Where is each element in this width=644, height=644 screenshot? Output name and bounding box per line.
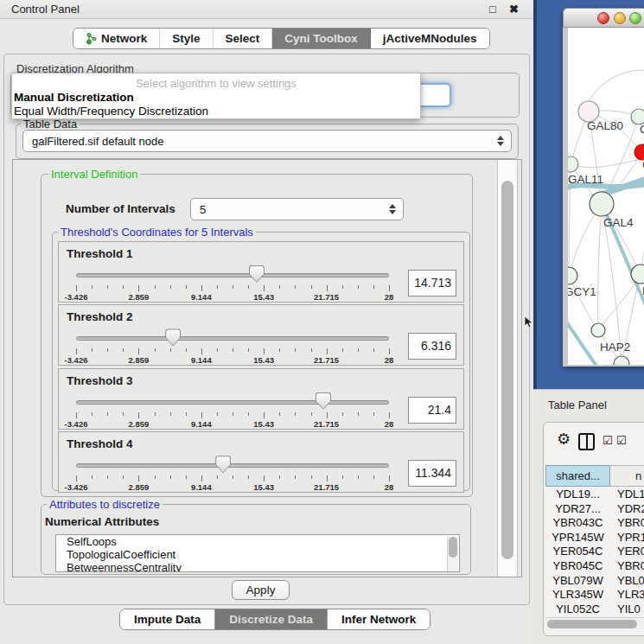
- scale-tick-label: -3.426: [65, 292, 88, 302]
- network-node-gal11[interactable]: [568, 156, 578, 172]
- table-row[interactable]: YBL079WYBL0: [545, 574, 644, 589]
- scale-tick-label: 21.715: [314, 482, 339, 492]
- scale-tick-label: 9.144: [191, 419, 212, 429]
- table-data-selected-value: galFiltered.sif default node: [32, 135, 163, 148]
- slider-thumb[interactable]: [316, 392, 331, 410]
- table-data-combobox[interactable]: galFiltered.sif default node: [22, 130, 512, 152]
- node-label: GAL4: [603, 216, 634, 229]
- tab-network[interactable]: Network: [73, 29, 160, 48]
- scale-tick-label: 2.859: [129, 419, 150, 429]
- slider-ticks: [76, 475, 389, 482]
- slider-track[interactable]: [76, 400, 389, 405]
- network-node-h[interactable]: [631, 265, 644, 284]
- threshold-value-field[interactable]: 11.344: [408, 460, 456, 487]
- split-pane-icon[interactable]: [578, 433, 595, 450]
- table-row[interactable]: YPR145WYPR1: [545, 531, 644, 545]
- close-icon[interactable]: ✖: [509, 3, 519, 16]
- tab-label: Style: [172, 32, 200, 45]
- network-node-hap2[interactable]: [591, 323, 605, 337]
- thresholds-group-title: Threshold's Coordinates for 5 Intervals: [58, 226, 256, 239]
- scale-tick-label: -3.426: [65, 419, 88, 429]
- tab-discretize-data[interactable]: Discretize Data: [215, 609, 328, 629]
- scale-tick-label: 28: [385, 482, 394, 492]
- attribute-list-item[interactable]: SelfLoops: [56, 535, 459, 548]
- attributes-group: Attributes to discretize Numerical Attri…: [41, 504, 471, 575]
- table-scrollbar-thumb[interactable]: [547, 620, 637, 628]
- tab-impute-data[interactable]: Impute Data: [120, 609, 215, 629]
- settings-scrollbar-thumb[interactable]: [501, 181, 513, 559]
- tab-select[interactable]: Select: [214, 29, 273, 48]
- float-window-icon[interactable]: □: [489, 3, 496, 16]
- close-traffic-light-icon[interactable]: [597, 12, 609, 24]
- list-scrollbar[interactable]: [447, 536, 458, 571]
- top-tab-bar: Network Style Select Cyni Toolbox jActiv…: [73, 28, 490, 49]
- network-icon: [86, 32, 97, 45]
- network-node-gal4[interactable]: [590, 192, 614, 216]
- table-row[interactable]: YBR043CYBR0: [545, 516, 644, 531]
- dropdown-option-manual-discretization[interactable]: Manual Discretization: [13, 91, 419, 104]
- numerical-attributes-label: Numerical Attributes: [45, 515, 159, 528]
- threshold-value-field[interactable]: 21.4: [408, 397, 456, 424]
- tab-label: Cyni Toolbox: [284, 32, 358, 45]
- slider-track[interactable]: [76, 336, 389, 341]
- table-row[interactable]: YIL052CYIL0: [545, 603, 644, 617]
- combo-spinner-icon[interactable]: [389, 204, 396, 214]
- threshold-slider[interactable]: -3.4262.8599.14415.4321.71528: [76, 432, 389, 494]
- slider-scale-labels: -3.4262.8599.14415.4321.71528: [76, 292, 389, 302]
- network-node[interactable]: [614, 356, 629, 365]
- attribute-list-item[interactable]: BetweennessCentrality: [56, 561, 459, 572]
- network-node-gcy1[interactable]: [568, 267, 577, 284]
- node-label: GAL80: [587, 119, 623, 132]
- table-row[interactable]: YLR345WYLR3: [545, 588, 644, 603]
- table-row[interactable]: YBR045CYBR0: [545, 559, 644, 574]
- numerical-attributes-list[interactable]: SelfLoopsTopologicalCoefficientBetweenne…: [55, 534, 460, 572]
- checkbox-icon[interactable]: ☑: [616, 434, 627, 447]
- tab-label: jActiveMNodules: [383, 32, 477, 45]
- number-of-intervals-combobox[interactable]: 5: [190, 198, 404, 220]
- tab-style[interactable]: Style: [160, 29, 213, 48]
- slider-thumb[interactable]: [215, 456, 231, 473]
- network-canvas[interactable]: GAL80GCGAL11GAL4HGCY1HAP2: [568, 28, 644, 365]
- threshold-slider[interactable]: -3.4262.8599.14415.4321.71528: [76, 305, 389, 367]
- desktop-edge: [533, 0, 537, 389]
- table-row[interactable]: YDR27...YDR2: [545, 502, 644, 517]
- scale-tick-label: 28: [385, 355, 394, 365]
- zoom-traffic-light-icon[interactable]: [629, 12, 641, 24]
- dropdown-placeholder-option[interactable]: Select algorithm to view settings: [12, 77, 420, 90]
- minimize-traffic-light-icon[interactable]: [614, 12, 626, 24]
- slider-track[interactable]: [76, 463, 389, 468]
- dropdown-option-equal-width[interactable]: Equal Width/Frequency Discretization: [13, 105, 419, 118]
- scale-tick-label: 2.859: [129, 355, 150, 365]
- checkbox-icon[interactable]: ☑: [603, 434, 613, 447]
- tab-cyni-toolbox[interactable]: Cyni Toolbox: [272, 29, 371, 48]
- table-horizontal-scrollbar[interactable]: [545, 617, 644, 629]
- slider-track[interactable]: [76, 273, 389, 277]
- scale-tick-label: -3.426: [65, 355, 88, 365]
- threshold-value-field[interactable]: 14.713: [408, 270, 456, 296]
- threshold-value-field[interactable]: 6.316: [408, 333, 456, 360]
- combo-spinner-icon[interactable]: [497, 136, 504, 146]
- table-row[interactable]: YDL19...YDL1: [545, 488, 644, 502]
- number-of-intervals-value: 5: [200, 203, 206, 216]
- slider-thumb[interactable]: [249, 265, 265, 283]
- scale-tick-label: 28: [385, 419, 394, 429]
- scale-tick-label: -3.426: [65, 482, 88, 492]
- table-row[interactable]: YER054CYER0: [545, 545, 644, 559]
- column-header-shared[interactable]: shared...: [545, 465, 610, 487]
- network-window-titlebar[interactable]: [563, 8, 644, 28]
- interval-definition-title: Interval Definition: [48, 168, 140, 181]
- threshold-slider[interactable]: -3.4262.8599.14415.4321.71528: [76, 242, 389, 303]
- list-scrollbar-thumb[interactable]: [449, 537, 457, 558]
- network-view-window[interactable]: GAL80GCGAL11GAL4HGCY1HAP2: [563, 8, 644, 367]
- apply-button[interactable]: Apply: [232, 580, 290, 600]
- control-panel-titlebar: Control Panel □ ✖: [0, 0, 533, 19]
- threshold-slider[interactable]: -3.4262.8599.14415.4321.71528: [76, 369, 389, 430]
- slider-scale-labels: -3.4262.8599.14415.4321.71528: [76, 482, 389, 492]
- gear-icon[interactable]: ⚙: [557, 430, 571, 449]
- attribute-list-item[interactable]: TopologicalCoefficient: [56, 548, 459, 561]
- settings-scrollbar[interactable]: [497, 160, 518, 577]
- slider-thumb[interactable]: [165, 328, 181, 346]
- tab-jactivemnodules[interactable]: jActiveMNodules: [371, 29, 489, 48]
- tab-infer-network[interactable]: Infer Network: [328, 609, 430, 629]
- column-header-name[interactable]: n: [610, 465, 644, 487]
